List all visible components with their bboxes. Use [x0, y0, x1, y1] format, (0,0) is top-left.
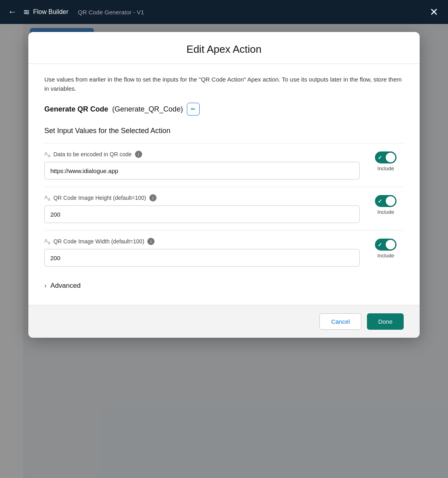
info-icon-data-encode[interactable]: i [135, 151, 142, 158]
logo-icon: ≋ [23, 7, 30, 17]
toggle-switch-height[interactable]: ✓ [375, 195, 396, 207]
label-width: QR Code Image Width (default=100) [54, 238, 145, 245]
toggle-switch-data-encode[interactable]: ✓ [375, 151, 396, 163]
toggle-width: ✓ Include [368, 238, 404, 259]
field-row-data-encode: Aa Data to be encoded in QR code i ✓ Inc… [44, 143, 404, 187]
edit-apex-modal: Edit Apex Action Use values from earlier… [28, 32, 420, 338]
label-row-data-encode: Aa Data to be encoded in QR code i [44, 151, 360, 158]
label-row-width: Aa QR Code Image Width (default=100) i [44, 238, 360, 245]
toggle-knob-width [386, 240, 395, 249]
edit-action-name-button[interactable]: ✏ [187, 103, 200, 116]
modal-header: Edit Apex Action [28, 32, 420, 64]
toggle-knob [386, 153, 395, 162]
chevron-right-icon: › [44, 282, 46, 289]
input-data-encode[interactable] [44, 162, 360, 179]
field-row-width: Aa QR Code Image Width (default=100) i ✓… [44, 230, 404, 274]
pencil-icon: ✏ [191, 106, 196, 112]
back-button[interactable]: ← [8, 7, 17, 17]
field-left-data-encode: Aa Data to be encoded in QR code i [44, 151, 360, 179]
toggle-label-width: Include [377, 253, 394, 259]
toggle-knob-height [386, 196, 395, 206]
section-title: Set Input Values for the Selected Action [44, 127, 404, 135]
type-icon-data-encode: Aa [44, 151, 50, 158]
toggle-check-icon: ✓ [378, 155, 382, 161]
cancel-button[interactable]: Cancel [319, 313, 361, 330]
action-name-row: Generate QR Code (Generate_QR_Code) ✏ [44, 103, 404, 116]
advanced-label: Advanced [50, 282, 81, 290]
top-bar: ← ≋ Flow Builder QR Code Generator - V1 … [0, 0, 448, 24]
advanced-section[interactable]: › Advanced [44, 274, 404, 294]
flow-subtitle: QR Code Generator - V1 [78, 9, 144, 16]
modal-footer: Cancel Done [28, 305, 420, 338]
field-left-width: Aa QR Code Image Width (default=100) i [44, 238, 360, 267]
toggle-check-icon-height: ✓ [378, 198, 382, 204]
toggle-data-encode: ✓ Include [368, 151, 404, 171]
info-icon-height[interactable]: i [149, 194, 157, 201]
action-name-paren: (Generate_QR_Code) [112, 105, 183, 114]
action-name-bold: Generate QR Code [44, 105, 108, 114]
toggle-switch-width[interactable]: ✓ [375, 239, 396, 251]
modal-body: Use values from earlier in the flow to s… [28, 64, 420, 305]
info-icon-width[interactable]: i [147, 238, 155, 245]
input-height[interactable] [44, 205, 360, 223]
toggle-check-icon-width: ✓ [378, 242, 382, 248]
modal-title: Edit Apex Action [44, 43, 404, 56]
toggle-label-data-encode: Include [377, 165, 394, 171]
done-button[interactable]: Done [367, 313, 404, 330]
toggle-height: ✓ Include [368, 194, 404, 215]
label-height: QR Code Image Height (default=100) [54, 195, 146, 201]
field-row-height: Aa QR Code Image Height (default=100) i … [44, 187, 404, 230]
close-button[interactable]: ✕ [430, 6, 438, 18]
label-row-height: Aa QR Code Image Height (default=100) i [44, 194, 360, 201]
input-width[interactable] [44, 249, 360, 267]
label-data-encode: Data to be encoded in QR code [54, 151, 132, 157]
type-icon-height: Aa [44, 194, 50, 201]
field-left-height: Aa QR Code Image Height (default=100) i [44, 194, 360, 223]
modal-description: Use values from earlier in the flow to s… [44, 75, 404, 93]
flow-builder-title: Flow Builder [33, 8, 68, 16]
toggle-label-height: Include [377, 209, 394, 215]
type-icon-width: Aa [44, 238, 50, 245]
